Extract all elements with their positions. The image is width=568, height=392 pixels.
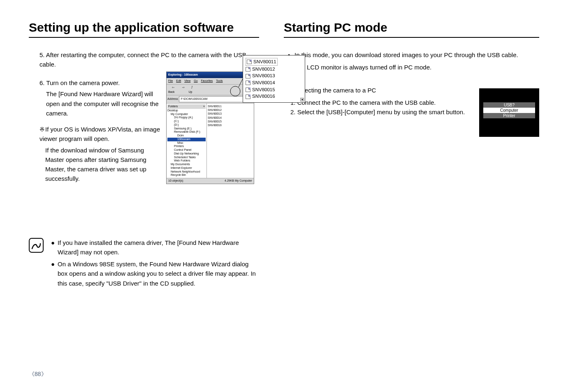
file-item: SNV80015 <box>208 120 253 123</box>
tree-scheduled: Scheduled Tasks <box>167 156 206 159</box>
image-file-icon <box>246 67 250 71</box>
info-text: If you have installed the camera driver,… <box>58 238 259 257</box>
right-bullets: • In this mode, you can download stored … <box>288 50 539 73</box>
connecting-heading: Connecting the camera to a PC <box>284 87 469 94</box>
tree-desktop: Desktop <box>167 109 206 113</box>
tree-100sscam: 100sscam <box>167 138 206 141</box>
conn-step-1: 1. Connect the PC to the camera with the… <box>290 98 469 107</box>
info-text: On a Windows 98SE system, the Found New … <box>58 259 259 288</box>
step-5: 5. After restarting the computer, connec… <box>39 50 259 69</box>
tree-removable: Removable Disk (F:) <box>167 130 206 134</box>
lcd-screen: USB? Computer Printer <box>479 88 539 137</box>
callout-item: SNV80015 <box>246 86 302 93</box>
image-file-icon <box>246 95 250 99</box>
two-column-layout: Setting up the application software 5. A… <box>29 21 539 291</box>
address-value: F:\DCIM\100SSCAM <box>179 96 245 102</box>
lcd-row-printer: Printer <box>483 113 535 118</box>
menu-file: File <box>168 79 173 82</box>
connecting-text: Connecting the camera to a PC 1. Connect… <box>284 87 469 117</box>
folders-close: × <box>203 105 205 108</box>
tree-samsung: Samsung (E:) <box>167 127 206 131</box>
file-item: SNV80013 <box>208 112 253 115</box>
os-note-line1: If your OS is Windows XP/Vista, an image… <box>39 126 160 142</box>
menu-view: View <box>184 79 190 82</box>
explorer-title: Exploring - 100sscam <box>167 72 254 78</box>
lcd-row-computer: Computer <box>483 108 535 113</box>
step-6-line2: The [Found New Hardware Wizard] will ope… <box>46 89 160 118</box>
tree-mydocs: My Documents <box>167 163 206 166</box>
tree-control-panel: Control Panel <box>167 148 206 152</box>
toolbar-fwd: ⇨ <box>182 85 185 95</box>
explorer-body: Folders× Desktop My Computer 3½ Floppy (… <box>167 104 254 178</box>
left-body: 5. After restarting the computer, connec… <box>29 50 259 291</box>
image-file-icon <box>246 88 250 92</box>
status-objects: 10 object(s) <box>168 179 183 183</box>
toolbar-up: ⤴Up <box>188 85 195 95</box>
file-callout: SNV80011 SNV80012 SNV80013 SNV80014 SNV8… <box>243 55 305 103</box>
menu-edit: Edit <box>176 79 181 82</box>
file-item: SNV80016 <box>208 123 253 127</box>
callout-item: SNV80016 <box>246 93 302 100</box>
connecting-steps: 1. Connect the PC to the camera with the… <box>290 98 469 117</box>
explorer-screenshot: SNV80011 SNV80012 SNV80013 SNV80014 SNV8… <box>166 71 254 184</box>
info-icon <box>29 238 44 255</box>
file-item: SNV80011 <box>208 104 253 108</box>
lcd-menu: USB? Computer Printer <box>483 102 535 118</box>
tree-webfolders: Web Folders <box>167 159 206 163</box>
image-file-icon <box>246 81 250 85</box>
tree-mycomputer: My Computer <box>167 113 206 116</box>
info-item: ● On a Windows 98SE system, the Found Ne… <box>51 259 259 288</box>
explorer-addressbar: Address F:\DCIM\100SSCAM <box>167 95 254 104</box>
bullet-text: The LCD monitor is always turned off in … <box>294 62 431 73</box>
callout-item: SNV80014 <box>246 79 302 86</box>
menu-favorites: Favorites <box>201 79 213 82</box>
callout-item: SNV80011 <box>246 58 278 66</box>
step-6-text: 6. Turn on the camera power. The [Found … <box>29 78 160 193</box>
callout-item: SNV80013 <box>246 72 302 79</box>
tree-c: (C:) <box>167 120 206 123</box>
conn-step-2: 2. Select the [USB]-[Computer] menu by u… <box>290 107 469 117</box>
page-number: 《88》 <box>29 371 47 378</box>
tree-misc: Misc <box>167 141 206 145</box>
manual-page: Setting up the application software 5. A… <box>0 0 568 392</box>
info-list: ● If you have installed the camera drive… <box>51 238 259 291</box>
menu-go: Go <box>194 79 197 82</box>
explorer-menubar: File Edit View Go Favorites Tools <box>167 78 254 85</box>
tree-floppy: 3½ Floppy (A:) <box>167 116 206 120</box>
image-file-icon <box>247 60 252 64</box>
right-heading: Starting PC mode <box>284 21 539 35</box>
note-symbol: ※ <box>39 125 45 134</box>
left-column: Setting up the application software 5. A… <box>29 21 259 291</box>
file-list-pane: SNV80011 SNV80012 SNV80013 SNV80014 SNV8… <box>207 104 254 178</box>
explorer-statusbar: 10 object(s) 4.29KB My Computer <box>167 178 254 184</box>
file-item: SNV80014 <box>208 116 253 120</box>
file-item: SNV80012 <box>208 108 253 112</box>
left-heading: Setting up the application software <box>29 21 259 35</box>
tree-dialup: Dial-Up Networking <box>167 152 206 156</box>
info-item: ● If you have installed the camera drive… <box>51 238 259 257</box>
step-6-line1: 6. Turn on the camera power. <box>39 78 160 88</box>
windows-explorer: Exploring - 100sscam File Edit View Go F… <box>166 71 254 184</box>
status-size-loc: 4.29KB My Computer <box>225 179 252 183</box>
os-note-line2: If the download window of Samsung Master… <box>45 145 160 184</box>
info-block: ● If you have installed the camera drive… <box>29 238 259 291</box>
tree-ie: Internet Explorer <box>167 166 206 170</box>
right-rule <box>284 37 539 38</box>
tree-d: (D:) <box>167 123 206 127</box>
folder-tree: Folders× Desktop My Computer 3½ Floppy (… <box>167 104 207 178</box>
address-label: Address <box>167 97 178 100</box>
tree-printers: Printers <box>167 145 206 148</box>
bullet-item: • In this mode, you can download stored … <box>288 50 539 60</box>
bullet-item: • The LCD monitor is always turned off i… <box>288 62 539 73</box>
left-rule <box>29 37 259 38</box>
lcd-row-usb: USB? <box>483 102 535 108</box>
callout-box: SNV80011 SNV80012 SNV80013 SNV80014 SNV8… <box>243 55 305 103</box>
step-6-row: 6. Turn on the camera power. The [Found … <box>29 78 259 193</box>
right-column: Starting PC mode • In this mode, you can… <box>284 21 539 291</box>
callout-scroll-down: ▾ <box>300 98 304 101</box>
bullet-dot: ● <box>51 238 55 257</box>
os-note: ※If your OS is Windows XP/Vista, an imag… <box>39 125 160 184</box>
toolbar-back: ⇦Back <box>168 85 178 95</box>
folders-header: Folders <box>168 105 178 108</box>
menu-tools: Tools <box>216 79 223 82</box>
